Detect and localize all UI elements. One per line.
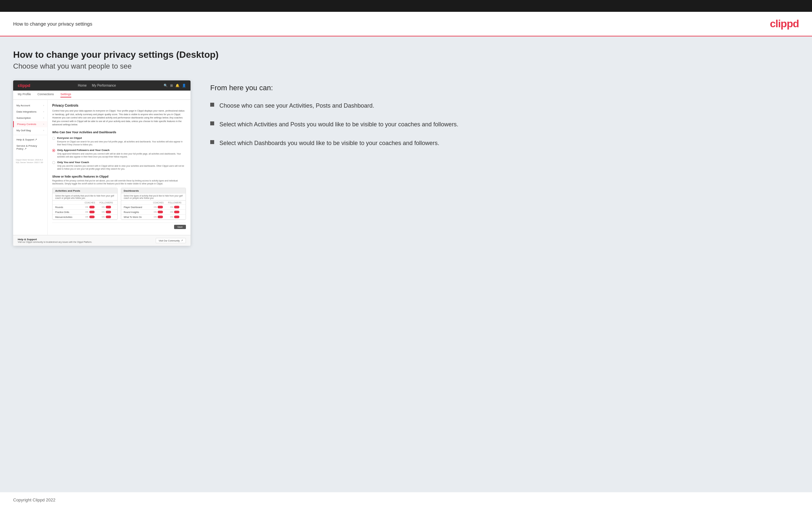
activities-row-rounds: Rounds ON ON [53, 205, 117, 210]
search-icon[interactable]: 🔍 [164, 84, 167, 87]
bullet-text-3: Select which Dashboards you would like t… [219, 139, 439, 148]
activities-table-title: Activities and Posts [53, 188, 117, 193]
dashboards-table: Dashboards Select the types of activity … [121, 188, 186, 220]
screenshot-mockup: clippd Home My Performance 🔍 ⊞ 🔔 👤 My Pr… [13, 80, 191, 246]
tab-settings[interactable]: Settings [60, 93, 71, 98]
mockup-nav: clippd Home My Performance 🔍 ⊞ 🔔 👤 [13, 80, 191, 91]
bullet-square-2 [210, 121, 214, 125]
mockup-help-desc: Visit our Clippd community to troublesho… [18, 241, 92, 243]
mockup-show-hide-section: Show or hide specific features in Clippd… [52, 175, 186, 185]
mockup-help-section: Help & Support Visit our Clippd communit… [13, 235, 191, 246]
mockup-radio-group: Everyone on Clippd Everyone on Clippd ca… [52, 136, 186, 171]
dashboards-row-round-insights: Round Insights ON ON [121, 210, 186, 215]
chevron-right-icon: › [43, 123, 44, 125]
toggle-practice-followers[interactable] [106, 211, 111, 213]
bullet-item-2: Select which Activities and Posts you wo… [210, 120, 792, 129]
right-panel: From here you can: Choose who can see yo… [204, 80, 799, 151]
radio-only-you[interactable]: Only You and Your Coach Only you and the… [52, 161, 186, 170]
activities-table-cols: COACHES FOLLOWERS [53, 201, 117, 205]
mockup-logo: clippd [18, 83, 30, 88]
toggle-rounds-coaches[interactable] [89, 206, 95, 208]
sidebar-item-my-account[interactable]: My Account › [13, 102, 47, 109]
toggle-player-followers[interactable] [174, 206, 180, 208]
dashboards-table-cols: COACHES FOLLOWERS [121, 201, 186, 205]
mockup-section-title: Privacy Controls [52, 104, 186, 107]
mockup-description: Control how you and your data appears to… [52, 109, 186, 127]
mockup-who-can-see-title: Who Can See Your Activities and Dashboar… [52, 130, 186, 134]
sidebar-item-my-golf-bag[interactable]: My Golf Bag › [13, 127, 47, 133]
bullet-list: Choose who can see your Activities, Post… [210, 101, 792, 148]
header: How to change your privacy settings clip… [0, 12, 812, 37]
mockup-sidebar: My Account › Data Integrations › Subscri… [13, 100, 48, 235]
mockup-nav-icons: 🔍 ⊞ 🔔 👤 [164, 84, 186, 87]
sidebar-item-subscription[interactable]: Subscription › [13, 115, 47, 121]
toggle-manual-followers[interactable] [106, 216, 111, 218]
toggle-practice-coaches[interactable] [89, 211, 95, 213]
page-heading: How to change your privacy settings (Des… [13, 50, 799, 60]
header-title: How to change your privacy settings [13, 21, 92, 26]
mockup-show-hide-title: Show or hide specific features in Clippd [52, 175, 186, 178]
toggle-player-coaches[interactable] [158, 206, 163, 208]
mockup-nav-performance[interactable]: My Performance [92, 84, 116, 87]
bell-icon[interactable]: 🔔 [175, 84, 180, 87]
mockup-nav-links: Home My Performance [78, 84, 116, 87]
chevron-right-icon: › [43, 129, 44, 131]
radio-circle-approved [52, 149, 55, 152]
sidebar-item-privacy-controls[interactable]: Privacy Controls › [13, 121, 47, 127]
mockup-nav-home[interactable]: Home [78, 84, 87, 87]
dashboards-row-what-to-work-on: What To Work On ON ON [121, 215, 186, 220]
toggle-what-coaches[interactable] [158, 216, 163, 218]
mockup-body: My Account › Data Integrations › Subscri… [13, 100, 191, 235]
copyright-text: Copyright Clippd 2022 [13, 498, 55, 502]
dashboards-table-subtitle: Select the types of activity that you'd … [121, 193, 186, 201]
bullet-text-2: Select which Activities and Posts you wo… [219, 120, 458, 129]
toggle-manual-coaches[interactable] [89, 216, 95, 218]
toggle-rounds-followers[interactable] [106, 206, 111, 208]
mockup-main-panel: Privacy Controls Control how you and you… [48, 100, 191, 235]
sidebar-item-help-support[interactable]: Help & Support ↗ [13, 136, 47, 143]
toggle-round-insights-coaches[interactable] [158, 211, 163, 213]
chevron-right-icon: › [43, 104, 44, 107]
toggle-what-followers[interactable] [174, 216, 180, 218]
mockup-save-row: Save [52, 223, 186, 231]
radio-content-only-you: Only You and Your Coach Only you and the… [57, 161, 186, 170]
footer: Copyright Clippd 2022 [0, 492, 812, 507]
tab-my-profile[interactable]: My Profile [18, 93, 31, 98]
main-content: How to change your privacy settings (Des… [0, 37, 812, 492]
dashboards-row-player: Player Dashboard ON ON [121, 205, 186, 210]
activities-row-manual: Manual Activities ON ON [53, 215, 117, 220]
external-link-icon: ↗ [181, 239, 183, 242]
sidebar-item-data-integrations[interactable]: Data Integrations › [13, 109, 47, 115]
radio-approved-followers[interactable]: Only Approved Followers and Your Coach O… [52, 149, 186, 158]
radio-circle-only-you [52, 161, 55, 164]
bullet-item-1: Choose who can see your Activities, Post… [210, 101, 792, 110]
mockup-tables-row: Activities and Posts Select the types of… [52, 188, 186, 220]
mockup-help-text: Help & Support Visit our Clippd communit… [18, 238, 92, 243]
radio-everyone[interactable]: Everyone on Clippd Everyone on Clippd ca… [52, 136, 186, 146]
bullet-text-1: Choose who can see your Activities, Post… [219, 101, 374, 110]
sidebar-version: Clippd Client Version: 2022.8.2SQL Serve… [13, 152, 47, 165]
sidebar-item-service-privacy[interactable]: Service & Privacy Policy ↗ [13, 143, 47, 152]
mockup-help-title: Help & Support [18, 238, 92, 241]
logo: clippd [770, 18, 799, 30]
radio-content-everyone: Everyone on Clippd Everyone on Clippd ca… [57, 136, 186, 146]
activities-row-practice: Practice Drills ON ON [53, 210, 117, 215]
bullet-item-3: Select which Dashboards you would like t… [210, 139, 792, 148]
sidebar-divider [13, 135, 47, 135]
toggle-round-insights-followers[interactable] [174, 211, 180, 213]
activities-table-subtitle: Select the types of activity that you'd … [53, 193, 117, 201]
radio-content-approved: Only Approved Followers and Your Coach O… [57, 149, 186, 158]
avatar-icon[interactable]: 👤 [182, 84, 186, 87]
mockup-show-hide-desc: Regardless of the privacy controls that … [52, 179, 186, 185]
activities-table: Activities and Posts Select the types of… [52, 188, 117, 220]
tab-connections[interactable]: Connections [38, 93, 54, 98]
radio-circle-everyone [52, 137, 55, 140]
bullet-square-1 [210, 103, 214, 107]
page-subheading: Choose what you want people to see [13, 62, 799, 70]
dashboards-table-title: Dashboards [121, 188, 186, 193]
grid-icon[interactable]: ⊞ [170, 84, 173, 87]
from-here-title: From here you can: [210, 84, 792, 92]
content-row: clippd Home My Performance 🔍 ⊞ 🔔 👤 My Pr… [13, 80, 799, 246]
save-button[interactable]: Save [174, 225, 186, 229]
visit-community-button[interactable]: Visit Our Community ↗ [156, 238, 186, 243]
